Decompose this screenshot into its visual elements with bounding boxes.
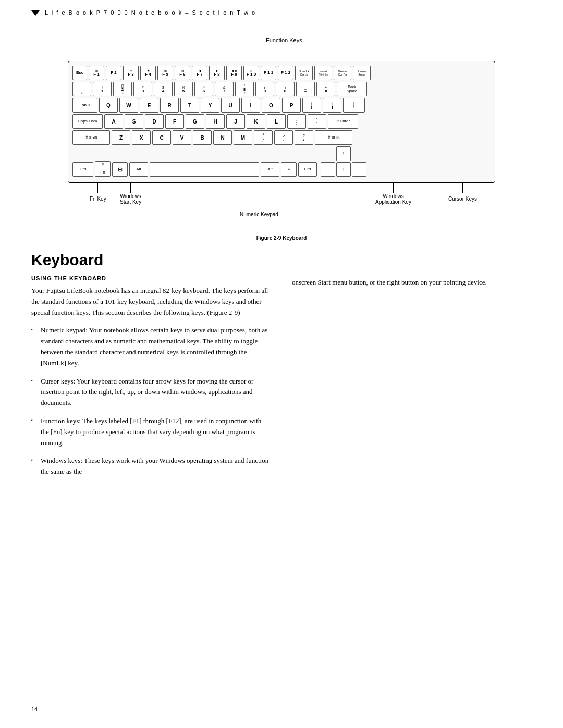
key-open-bracket[interactable]: {[ (302, 98, 321, 113)
key-slash[interactable]: ?/ (295, 130, 313, 145)
key-h[interactable]: H (206, 114, 225, 129)
key-f6[interactable]: ◑F 6 (175, 66, 190, 80)
key-s[interactable]: S (125, 114, 143, 129)
key-f10[interactable]: □F 1 0 (243, 66, 259, 80)
bottom-row: Ctrl ⊞Fn ⊞ Alt Alt ≡ Ctrl (72, 146, 491, 177)
key-4[interactable]: $4 (154, 82, 173, 96)
key-delete[interactable]: DeleteSys Rq (334, 66, 351, 80)
key-alt-left[interactable]: Alt (129, 162, 148, 177)
key-b[interactable]: B (193, 130, 212, 145)
key-windows[interactable]: ⊞ (112, 162, 128, 177)
key-0[interactable]: )0 (276, 82, 295, 96)
key-minus[interactable]: _– (296, 82, 315, 96)
key-fn[interactable]: ⊞Fn (95, 161, 111, 177)
key-a[interactable]: A (104, 114, 123, 129)
key-c[interactable]: C (152, 130, 171, 145)
left-column: Keyboard USING THE KEYBOARD Your Fujitsu… (31, 251, 271, 485)
key-f7[interactable]: ◀F 7 (192, 66, 207, 80)
key-r[interactable]: R (160, 98, 179, 113)
key-comma[interactable]: <,◁ (254, 130, 273, 145)
key-i[interactable]: I (241, 98, 260, 113)
key-f[interactable]: F (165, 114, 184, 129)
numeric-keypad-label: Numeric Keypad (240, 193, 278, 218)
key-insert[interactable]: InsertPrint Sc (314, 66, 332, 80)
bullet-2-text: Cursor keys: Your keyboard contains four… (41, 376, 271, 409)
key-f11[interactable]: F 1 1 (261, 66, 276, 80)
subsection-title: USING THE KEYBOARD (31, 275, 271, 281)
key-w[interactable]: W (119, 98, 138, 113)
key-k[interactable]: K (247, 114, 265, 129)
key-equals[interactable]: += (316, 82, 335, 96)
key-enter[interactable]: ↵Enter (328, 114, 358, 129)
key-n[interactable]: N (213, 130, 232, 145)
key-capslock[interactable]: Caps Lock (72, 114, 103, 129)
key-v[interactable]: V (173, 130, 191, 145)
key-shift-left[interactable]: ⇧Shift (72, 130, 110, 145)
key-arrow-down[interactable]: ↓ (336, 162, 351, 177)
key-quote[interactable]: "' (308, 114, 326, 129)
key-f8[interactable]: ▶F 8 (209, 66, 225, 80)
shift-row: ⇧Shift Z X C V B N M <,◁ >. ?/ ⇧Shift (72, 130, 491, 145)
key-1[interactable]: !1 (93, 82, 112, 96)
key-semicolon[interactable]: :; (287, 114, 306, 129)
key-j[interactable]: J (226, 114, 245, 129)
keyboard-section: Function Keys Esc ⊞F 1 F 2 ☀F 3 ☀F 4 ◐F … (31, 35, 532, 230)
key-alt-right[interactable]: Alt (261, 162, 279, 177)
key-y[interactable]: Y (201, 98, 219, 113)
bullet-1-icon: ▪ (31, 327, 36, 334)
key-e[interactable]: E (140, 98, 158, 113)
key-g[interactable]: G (186, 114, 204, 129)
bullet-3-text: Function keys: The keys labeled [F1] thr… (41, 416, 271, 448)
key-arrow-up[interactable]: ↑ (336, 146, 351, 161)
key-shift-right[interactable]: ⇧Shift (315, 130, 352, 145)
key-p[interactable]: P (282, 98, 301, 113)
bullet-4-text: Windows keys: These keys work with your … (41, 455, 271, 477)
key-o[interactable]: O (262, 98, 280, 113)
key-f5[interactable]: ◐F 5 (157, 66, 173, 80)
key-tab[interactable]: Tab⇥ (72, 98, 97, 113)
key-7[interactable]: &7 (215, 82, 234, 96)
key-pause[interactable]: PauseBreak (353, 66, 371, 80)
key-arrow-right[interactable]: → (352, 162, 366, 177)
key-backspace[interactable]: Back Space (337, 82, 367, 96)
key-f12[interactable]: F 1 2 (278, 66, 293, 80)
cursor-key-group: ↑ ← ↓ → (321, 146, 366, 177)
key-m[interactable]: M (234, 130, 252, 145)
text-area: Keyboard USING THE KEYBOARD Your Fujitsu… (31, 251, 532, 485)
key-application[interactable]: ≡ (281, 162, 297, 177)
bullet-1-text: Numeric keypad: Your notebook allows cer… (41, 325, 271, 368)
key-ctrl-left[interactable]: Ctrl (72, 162, 93, 177)
key-t[interactable]: T (180, 98, 199, 113)
key-2[interactable]: @2☆ (113, 82, 132, 96)
header-triangle (31, 10, 40, 16)
bullet-2-icon: ▪ (31, 378, 36, 385)
key-ctrl-right[interactable]: Ctrl (298, 162, 317, 177)
key-q[interactable]: Q (99, 98, 118, 113)
key-f2[interactable]: F 2 (106, 66, 121, 80)
key-d[interactable]: D (145, 114, 164, 129)
key-x[interactable]: X (132, 130, 151, 145)
key-5[interactable]: %5 (174, 82, 193, 96)
key-3[interactable]: #3 (133, 82, 152, 96)
key-l[interactable]: L (267, 114, 286, 129)
key-6[interactable]: ^6 (194, 82, 213, 96)
key-esc[interactable]: Esc (72, 66, 87, 80)
key-9[interactable]: (9 (255, 82, 274, 96)
key-f1[interactable]: ⊞F 1 (89, 66, 104, 80)
key-close-bracket[interactable]: }] (323, 98, 341, 113)
key-f4[interactable]: ☀F 4 (140, 66, 156, 80)
figure-caption: Figure 2-9 Keyboard (31, 235, 532, 241)
key-8[interactable]: *8✶ (235, 82, 254, 96)
key-tilde[interactable]: ~`1 (72, 82, 91, 96)
key-backslash[interactable]: |\ (343, 98, 365, 113)
windows-app-label: Windows Application Key (375, 183, 411, 205)
key-arrow-left[interactable]: ← (321, 162, 335, 177)
key-f9[interactable]: ◀◀F 9 (226, 66, 242, 80)
bullet-list: ▪ Numeric keypad: Your notebook allows c… (31, 325, 271, 477)
key-numlk[interactable]: Num LkScr Lk (295, 66, 313, 80)
key-z[interactable]: Z (112, 130, 130, 145)
key-space[interactable] (150, 162, 259, 177)
key-u[interactable]: U (221, 98, 240, 113)
key-f3[interactable]: ☀F 3 (123, 66, 139, 80)
key-period[interactable]: >. (274, 130, 293, 145)
